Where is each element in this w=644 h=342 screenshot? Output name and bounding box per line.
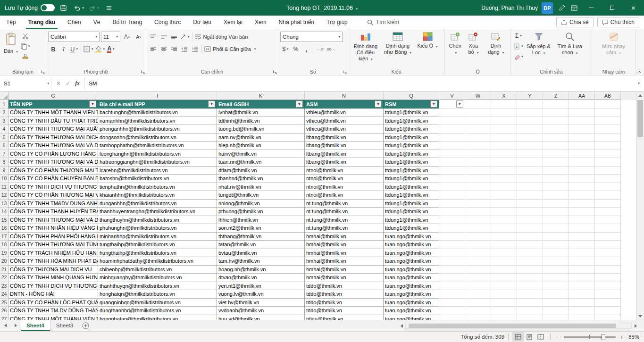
cell[interactable] — [595, 183, 621, 192]
cell[interactable]: ltbang@thmilk.vn — [305, 158, 384, 167]
cell[interactable] — [543, 307, 569, 315]
cell[interactable]: ttdung1@thmilk.vn — [384, 208, 439, 216]
font-color-button[interactable]: A▾ — [106, 44, 116, 54]
cell[interactable] — [491, 274, 517, 282]
font-name-select[interactable]: Calibri▾ — [48, 32, 100, 42]
cell[interactable]: hiep.nh@thmilk.vn — [217, 142, 305, 150]
cell[interactable] — [517, 307, 543, 315]
cell[interactable]: CÔNG TY CỔ PHẦN THƯƠNG MẠI TH — [8, 167, 98, 175]
number-format-select[interactable]: Chung▾ — [280, 32, 343, 42]
cell[interactable]: quangninhqn@thmilkdistributors.vn — [98, 299, 217, 307]
row-number[interactable]: 6 — [0, 142, 8, 150]
cell[interactable] — [491, 150, 517, 158]
share-button[interactable]: Chia sẻ — [556, 17, 594, 27]
cell[interactable]: CÔNG TY TNHH HÒA MINH PHÁT ĐA — [8, 257, 98, 266]
cell[interactable] — [595, 108, 621, 117]
cut-button[interactable] — [20, 31, 31, 41]
row-number[interactable]: 24 — [0, 290, 8, 299]
ribbon-display-options-button[interactable] — [568, 2, 580, 14]
cell[interactable] — [543, 282, 569, 291]
cell[interactable]: hmhai@thmilk.vn — [305, 233, 384, 241]
cell[interactable] — [517, 233, 543, 241]
cell[interactable] — [465, 183, 491, 192]
zoom-out-button[interactable]: − — [554, 334, 561, 341]
header-cell-asm[interactable]: ASM▾ — [305, 100, 384, 108]
formula-input[interactable]: SM — [85, 75, 634, 91]
vertical-scroll-thumb[interactable] — [637, 100, 643, 137]
cell[interactable]: lvnhat@thmilk.vn — [217, 108, 305, 117]
cell[interactable]: CÔNG TY TNHH ĐẦU TƯ PHÁT TRIỂN — [8, 117, 98, 125]
cell[interactable]: tuan.ngo@thmilk.vn — [384, 257, 439, 266]
cell[interactable]: ntnoi@thmilk.vn — [305, 167, 384, 175]
cell[interactable] — [517, 257, 543, 266]
cell[interactable] — [517, 299, 543, 307]
row-number[interactable]: 19 — [0, 249, 8, 258]
increase-decimal-button[interactable]: ←.0 — [315, 44, 325, 54]
cell[interactable] — [465, 216, 491, 225]
cell[interactable] — [465, 299, 491, 307]
cell[interactable]: luonghanghn@thmilkdistributors.vn — [98, 150, 217, 158]
cell[interactable] — [569, 216, 595, 225]
tab-Trang đầu[interactable]: Trang đầu — [22, 16, 61, 29]
cell[interactable] — [569, 282, 595, 291]
new-sheet-button[interactable] — [79, 320, 92, 331]
cell[interactable] — [465, 191, 491, 200]
cell[interactable] — [439, 290, 465, 299]
tab-Chèn[interactable]: Chèn — [61, 16, 87, 29]
cell[interactable]: tuan.ngo@thmilk.vn — [384, 307, 439, 315]
cell[interactable]: ttdung1@thmilk.vn — [384, 125, 439, 133]
cell[interactable] — [517, 142, 543, 150]
cell[interactable] — [491, 224, 517, 233]
cell[interactable]: tddo@thmilk.vn — [305, 290, 384, 299]
cell[interactable] — [543, 150, 569, 158]
save-button[interactable] — [58, 2, 70, 14]
cell[interactable] — [465, 133, 491, 142]
cell[interactable]: huu.vd@thmilk.vn — [217, 315, 305, 320]
cell[interactable]: bachtunghn@thmilkdistributors.vn — [98, 108, 217, 117]
zoom-slider[interactable] — [564, 336, 616, 338]
cell[interactable]: hongphatan@thmilkdistributors.vn — [98, 315, 217, 320]
autosum-button[interactable]: Σ▾ — [513, 31, 524, 41]
cell[interactable] — [595, 133, 621, 142]
format-cells-button[interactable]: Định dạng ▾ — [483, 31, 509, 67]
cell[interactable]: CÔNG TY TNHH MỘT THÀNH VIÊN T — [8, 315, 98, 320]
cell[interactable] — [439, 183, 465, 192]
cell[interactable]: CÔNG TY TNHH THƯƠNG MẠI XUẤT — [8, 125, 98, 133]
align-top-button[interactable] — [148, 32, 159, 42]
row-number[interactable]: 13 — [0, 200, 8, 208]
close-button[interactable]: × — [623, 0, 644, 16]
cell[interactable]: batoshn@thmilkdistributors.vn — [98, 175, 217, 183]
tab-Trợ giúp[interactable]: Trợ giúp — [320, 16, 354, 29]
cell[interactable] — [517, 125, 543, 133]
decrease-decimal-button[interactable]: .00→ — [325, 44, 336, 54]
cell[interactable]: ttdung1@thmilk.vn — [384, 175, 439, 183]
cell[interactable] — [465, 142, 491, 150]
cell[interactable]: ttdung1@thmilk.vn — [384, 216, 439, 225]
cell[interactable]: ttdung1@thmilk.vn — [384, 183, 439, 192]
cell[interactable] — [491, 290, 517, 299]
cell[interactable] — [543, 100, 569, 108]
cell[interactable] — [595, 117, 621, 125]
column-header-AA[interactable]: AA — [569, 92, 595, 100]
filter-button[interactable]: ▾ — [296, 100, 303, 108]
cell[interactable] — [595, 307, 621, 315]
cell[interactable] — [517, 150, 543, 158]
cell[interactable] — [465, 125, 491, 133]
row-number[interactable]: 23 — [0, 282, 8, 291]
cell[interactable] — [465, 100, 491, 108]
sheet-prev-button[interactable] — [0, 320, 10, 331]
cell[interactable]: thanhthuyqn@thmilkdistributors.vn — [98, 282, 217, 291]
cell[interactable]: minhanhhp@thmilkdistributors.vn — [98, 233, 217, 241]
cell[interactable] — [439, 233, 465, 241]
cell[interactable]: tuan.ngo@thmilk.vn — [384, 249, 439, 258]
cell[interactable] — [465, 117, 491, 125]
cell[interactable] — [569, 307, 595, 315]
cell[interactable] — [439, 224, 465, 233]
row-number[interactable]: 8 — [0, 158, 8, 167]
cell[interactable]: nt.tung@thmilk.vn — [305, 200, 384, 208]
row-number[interactable]: 16 — [0, 224, 8, 233]
tab-Xem lại[interactable]: Xem lại — [217, 16, 249, 29]
cell[interactable] — [491, 307, 517, 315]
cell[interactable] — [491, 249, 517, 258]
cell[interactable] — [517, 175, 543, 183]
